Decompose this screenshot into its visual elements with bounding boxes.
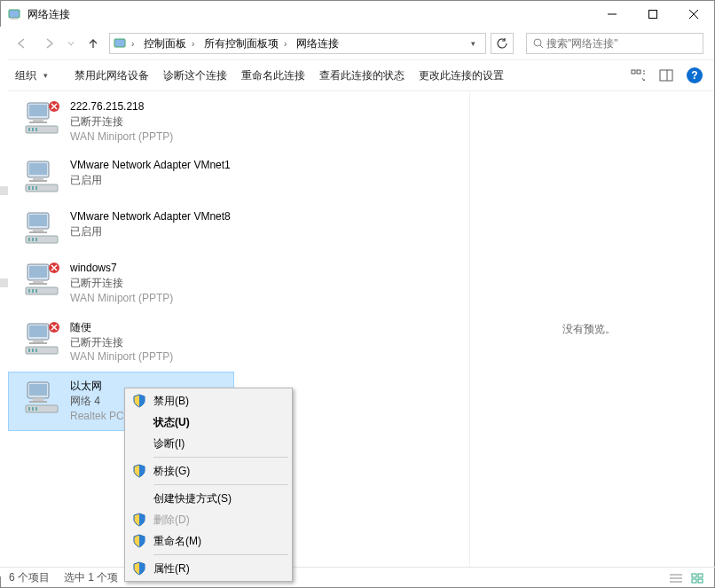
svg-rect-19 xyxy=(26,126,58,133)
svg-rect-54 xyxy=(28,349,30,352)
svg-line-8 xyxy=(540,45,543,48)
connection-text: windows7已断开连接WAN Miniport (PPTP) xyxy=(70,261,173,305)
connection-text: VMware Network Adapter VMnet8已启用 xyxy=(70,209,231,239)
svg-rect-26 xyxy=(33,177,43,180)
location-icon xyxy=(114,36,128,51)
window-title: 网络连接 xyxy=(28,7,70,22)
ctx-shortcut[interactable]: 创建快捷方式(S) xyxy=(127,488,290,509)
svg-rect-31 xyxy=(35,186,37,190)
connection-name: 以太网 xyxy=(70,379,127,394)
maximize-button[interactable] xyxy=(632,1,673,27)
connection-text: 222.76.215.218已断开连接WAN Miniport (PPTP) xyxy=(70,99,173,144)
svg-rect-70 xyxy=(698,574,703,577)
ctx-rename[interactable]: 重命名(M) xyxy=(127,530,290,552)
svg-rect-41 xyxy=(29,266,47,278)
crumb-all-items[interactable]: 所有控制面板项 xyxy=(200,36,282,51)
svg-rect-60 xyxy=(33,398,43,401)
svg-rect-38 xyxy=(32,238,34,241)
address-box[interactable]: › 控制面板 › 所有控制面板项 › 网络连接 ▾ xyxy=(109,33,486,54)
details-view-button[interactable] xyxy=(667,571,685,585)
svg-rect-10 xyxy=(637,70,640,74)
left-edge xyxy=(0,27,8,576)
shield-icon xyxy=(132,561,146,576)
ctx-properties[interactable]: 属性(R) xyxy=(127,558,290,579)
network-adapter-icon xyxy=(24,261,61,298)
svg-rect-9 xyxy=(632,70,635,74)
change-settings-button[interactable]: 更改此连接的设置 xyxy=(412,65,511,87)
shield-icon xyxy=(132,513,146,527)
connection-item[interactable]: windows7已断开连接WAN Miniport (PPTP) xyxy=(8,254,469,312)
svg-rect-45 xyxy=(28,289,30,293)
svg-rect-55 xyxy=(32,349,34,352)
content-area: 222.76.215.218已断开连接WAN Miniport (PPTP)VM… xyxy=(8,92,707,567)
svg-rect-64 xyxy=(32,407,34,411)
connection-driver: WAN Miniport (PPTP) xyxy=(70,291,173,306)
svg-rect-36 xyxy=(26,236,58,243)
organize-button[interactable]: 组织 xyxy=(8,65,55,87)
ctx-status[interactable]: 状态(U) xyxy=(127,412,290,433)
connection-item[interactable]: VMware Network Adapter VMnet8已启用 xyxy=(8,202,469,254)
svg-rect-56 xyxy=(35,349,37,352)
minimize-button[interactable] xyxy=(592,1,632,27)
shield-icon xyxy=(132,394,146,408)
connection-item[interactable]: 随便已断开连接WAN Miniport (PPTP) xyxy=(8,313,469,372)
nav-up-button[interactable] xyxy=(82,33,104,54)
large-icons-view-button[interactable] xyxy=(688,571,706,585)
connection-driver: WAN Miniport (PPTP) xyxy=(70,129,173,145)
connection-item[interactable]: VMware Network Adapter VMnet1已启用 xyxy=(8,151,469,202)
svg-rect-6 xyxy=(114,39,125,47)
svg-rect-51 xyxy=(33,340,43,342)
rename-button[interactable]: 重命名此连接 xyxy=(234,65,312,87)
chevron-right-icon[interactable]: › xyxy=(131,39,138,49)
svg-rect-63 xyxy=(28,407,30,411)
chevron-right-icon[interactable]: › xyxy=(192,39,199,49)
help-button[interactable]: ? xyxy=(682,65,707,86)
selection-count: 选中 1 个项 xyxy=(64,570,118,585)
chevron-right-icon[interactable]: › xyxy=(284,39,291,49)
crumb-network-connections[interactable]: 网络连接 xyxy=(293,36,342,51)
svg-rect-42 xyxy=(33,280,43,283)
address-bar: › 控制面板 › 所有控制面板项 › 网络连接 ▾ xyxy=(1,27,714,59)
svg-rect-13 xyxy=(660,70,672,81)
address-dropdown-icon[interactable]: ▾ xyxy=(464,39,482,48)
nav-forward-button[interactable] xyxy=(38,33,59,54)
svg-rect-59 xyxy=(29,384,47,396)
connection-status: 已启用 xyxy=(70,224,231,239)
ctx-bridge[interactable]: 桥接(G) xyxy=(127,460,290,482)
svg-rect-21 xyxy=(32,128,34,131)
svg-rect-25 xyxy=(29,163,47,175)
svg-rect-17 xyxy=(33,119,43,122)
svg-rect-30 xyxy=(32,186,34,190)
svg-rect-50 xyxy=(29,325,47,337)
status-bar: 6 个项目 选中 1 个项 xyxy=(0,567,715,588)
close-button[interactable] xyxy=(673,1,714,27)
connection-status: 已断开连接 xyxy=(70,114,173,129)
titlebar: 网络连接 xyxy=(1,1,714,27)
ctx-disable[interactable]: 禁用(B) xyxy=(127,390,290,412)
diagnose-button[interactable]: 诊断这个连接 xyxy=(156,65,234,87)
svg-rect-29 xyxy=(28,186,30,190)
svg-rect-71 xyxy=(692,579,696,583)
view-options-button[interactable] xyxy=(625,65,650,86)
svg-rect-33 xyxy=(29,215,47,226)
search-box[interactable] xyxy=(526,33,703,54)
svg-rect-22 xyxy=(35,128,37,131)
nav-history-dropdown[interactable] xyxy=(65,33,77,54)
ctx-diagnose[interactable]: 诊断(I) xyxy=(127,433,290,454)
svg-rect-53 xyxy=(26,347,58,354)
network-adapter-icon xyxy=(24,209,61,247)
svg-rect-62 xyxy=(26,405,58,412)
crumb-control-panel[interactable]: 控制面板 xyxy=(140,36,190,51)
refresh-button[interactable] xyxy=(491,33,514,54)
svg-rect-35 xyxy=(29,231,47,233)
connection-status: 已断开连接 xyxy=(70,276,173,291)
view-status-button[interactable]: 查看此连接的状态 xyxy=(312,65,412,87)
nav-back-button[interactable] xyxy=(12,33,33,54)
disable-device-button[interactable]: 禁用此网络设备 xyxy=(67,65,156,87)
svg-rect-39 xyxy=(35,238,37,241)
preview-pane-button[interactable] xyxy=(654,65,679,86)
connection-status: 已启用 xyxy=(70,173,231,188)
connection-item[interactable]: 222.76.215.218已断开连接WAN Miniport (PPTP) xyxy=(8,92,469,151)
search-input[interactable] xyxy=(545,36,697,51)
svg-rect-34 xyxy=(33,229,43,231)
